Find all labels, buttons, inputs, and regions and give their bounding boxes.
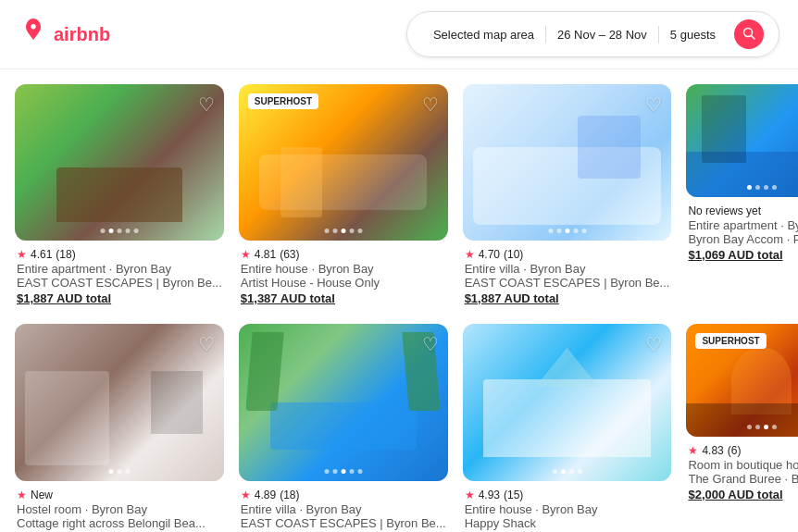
header: airbnb Selected map area 26 Nov – 28 Nov… (0, 0, 798, 69)
card-info: ★ 4.83 (6) Room in boutique hotel The Gr… (686, 437, 798, 505)
review-count: (10) (504, 248, 523, 261)
wishlist-button[interactable]: ♡ (198, 93, 215, 116)
card-type: Entire apartment · Byro... (688, 218, 798, 232)
carousel-dots (100, 229, 138, 233)
svg-line-1 (752, 35, 755, 39)
star-icon: ★ (241, 489, 251, 501)
rating-text: New (31, 489, 53, 501)
carousel-dot (764, 185, 768, 190)
carousel-dot (341, 229, 345, 233)
carousel-dot (324, 469, 329, 474)
carousel-dot (108, 229, 113, 233)
star-icon: ★ (17, 489, 27, 501)
rating-value: 4.83 (702, 444, 723, 457)
card-image-wrap: ♡ (463, 324, 672, 480)
wishlist-button[interactable]: ♡ (422, 333, 439, 355)
carousel-dot (349, 469, 354, 474)
card-rating: No reviews yet (688, 204, 798, 217)
card-name: EAST COAST ESCAPES | Byron Be... (465, 276, 670, 290)
search-guests[interactable]: 5 guests (659, 26, 727, 43)
wishlist-button[interactable]: ♡ (645, 333, 662, 355)
carousel-dot (341, 469, 345, 474)
review-count: (18) (280, 489, 299, 501)
carousel-dot (117, 229, 121, 233)
listing-card[interactable]: ♡ ★ 4.89 (18) Entire villa · Byron Bay E… (239, 324, 448, 532)
listing-card[interactable]: ♡ ★ 4.61 (18) Entire apartment · Byron B… (15, 84, 224, 309)
carousel-dot (565, 229, 569, 233)
carousel-dot (125, 229, 130, 233)
carousel-dot (125, 469, 130, 474)
carousel-dot (755, 185, 760, 190)
star-icon: ★ (241, 248, 251, 261)
wishlist-button[interactable]: ♡ (645, 93, 662, 116)
star-icon: ★ (465, 248, 475, 261)
carousel-dot (581, 229, 586, 233)
card-image-wrap: ♡ (686, 84, 798, 197)
card-rating: ★ 4.93 (15) (465, 489, 670, 501)
card-rating: ★ 4.83 (6) (688, 444, 798, 457)
card-info: ★ New Hostel room · Byron Bay Cottage ri… (15, 481, 224, 532)
rating-value: 4.61 (31, 248, 52, 261)
card-type: Entire villa · Byron Bay (241, 502, 446, 516)
card-image-wrap: ♡ (239, 324, 448, 480)
search-area[interactable]: Selected map area (422, 26, 546, 43)
carousel-dots (548, 229, 586, 233)
review-count: (15) (504, 489, 523, 501)
card-rating: ★ 4.89 (18) (241, 489, 446, 501)
carousel-dot (108, 469, 113, 474)
card-type: Entire house · Byron Bay (465, 502, 670, 516)
search-bar[interactable]: Selected map area 26 Nov – 28 Nov 5 gues… (406, 11, 779, 57)
carousel-dot (349, 229, 354, 233)
carousel-dot (755, 425, 760, 429)
carousel-dot (747, 185, 752, 190)
carousel-dots (747, 425, 777, 429)
card-type: Room in boutique hotel (688, 458, 798, 472)
card-info: ★ 4.81 (63) Entire house · Byron Bay Art… (239, 241, 448, 309)
rating-value: 4.70 (479, 248, 500, 261)
listing-card[interactable]: ♡ ★ New Hostel room · Byron Bay Cottage … (15, 324, 224, 532)
carousel-dots (747, 185, 777, 190)
card-info: ★ 4.61 (18) Entire apartment · Byron Bay… (15, 241, 224, 309)
listing-card[interactable]: ♡ ★ 4.93 (15) Entire house · Byron Bay H… (463, 324, 672, 532)
card-image-wrap: ♡ (15, 84, 224, 241)
card-name: Happy Shack (465, 516, 670, 530)
card-info: ★ 4.70 (10) Entire villa · Byron Bay EAS… (463, 241, 672, 309)
card-info: No reviews yet Entire apartment · Byro..… (686, 197, 798, 266)
listing-card[interactable]: ♡ ★ 4.70 (10) Entire villa · Byron Bay E… (463, 84, 672, 309)
airbnb-logo[interactable]: airbnb (19, 17, 110, 53)
listing-card[interactable]: SUPERHOST ♡ ★ 4.81 (63) Entire house · B… (239, 84, 448, 309)
carousel-dot (569, 469, 574, 474)
carousel-dot (357, 229, 362, 233)
rating-value: 4.89 (255, 489, 276, 501)
card-name: The Grand Buree · Baline... (688, 472, 798, 486)
review-count: (6) (728, 444, 742, 457)
listing-card[interactable]: ♡ No reviews yet Entire apartment · Byro… (686, 84, 798, 309)
star-icon: ★ (465, 489, 475, 501)
card-price[interactable]: $1,387 AUD total (241, 291, 446, 305)
card-price[interactable]: $2,000 AUD total (688, 488, 798, 501)
review-count: (63) (280, 248, 299, 261)
carousel-dot (100, 229, 105, 233)
carousel-dot (332, 229, 337, 233)
wishlist-button[interactable]: ♡ (198, 333, 215, 355)
search-button[interactable] (734, 19, 764, 49)
search-icon (742, 27, 755, 43)
card-price[interactable]: $1,069 AUD total (688, 248, 798, 262)
search-dates[interactable]: 26 Nov – 28 Nov (546, 26, 659, 43)
card-price[interactable]: $1,887 AUD total (17, 291, 222, 305)
listings-grid: ♡ ★ 4.61 (18) Entire apartment · Byron B… (0, 69, 798, 532)
carousel-dot (548, 229, 553, 233)
superhost-badge: SUPERHOST (695, 333, 766, 349)
card-price[interactable]: $1,887 AUD total (465, 291, 670, 305)
review-count: (18) (56, 248, 75, 261)
superhost-badge: SUPERHOST (248, 93, 318, 109)
carousel-dots (324, 469, 362, 474)
wishlist-button[interactable]: ♡ (422, 93, 439, 116)
star-icon: ★ (17, 248, 27, 261)
rating-value: 4.81 (255, 248, 276, 261)
card-rating: ★ 4.81 (63) (241, 248, 446, 261)
card-type: Hostel room · Byron Bay (17, 502, 222, 516)
card-name: Cottage right across Belongil Bea... (17, 516, 222, 530)
carousel-dot (117, 469, 121, 474)
listing-card[interactable]: SUPERHOST ♡ ★ 4.83 (6) Room in boutique … (686, 324, 798, 532)
